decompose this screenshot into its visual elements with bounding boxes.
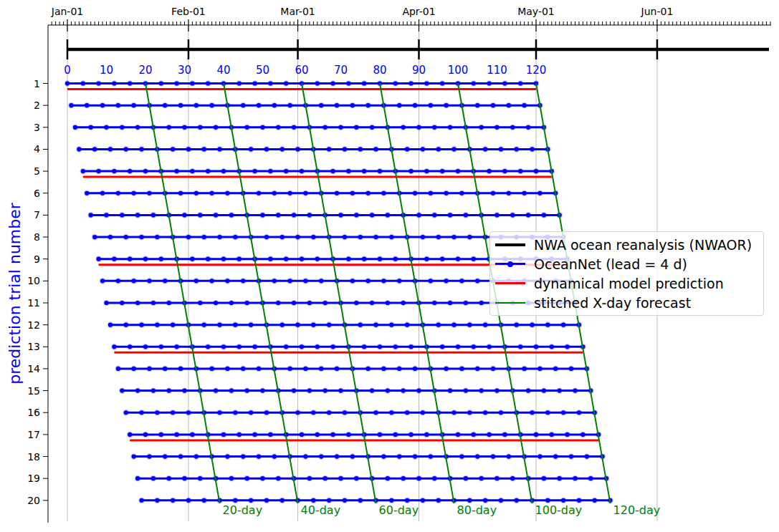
oceannet-marker xyxy=(436,323,441,327)
oceannet-marker xyxy=(421,235,425,239)
oceannet-marker xyxy=(268,81,272,85)
oceannet-marker xyxy=(307,389,312,393)
oceannet-marker xyxy=(128,432,132,437)
oceannet-marker xyxy=(409,81,414,85)
oceannet-marker xyxy=(393,344,398,349)
oceannet-marker xyxy=(386,389,390,393)
oceannet-marker xyxy=(436,235,441,239)
oceannet-marker xyxy=(416,125,421,130)
y-tick-label: 6 xyxy=(34,188,40,199)
oceannet-marker xyxy=(295,235,300,239)
oceannet-marker xyxy=(225,367,229,371)
oceannet-marker xyxy=(510,125,515,130)
oceannet-marker xyxy=(214,389,218,393)
oceannet-marker xyxy=(459,367,464,371)
oceannet-marker xyxy=(389,498,393,503)
oceannet-marker xyxy=(448,125,452,130)
oceannet-marker xyxy=(327,498,331,503)
oceannet-marker xyxy=(276,301,280,305)
oceannet-marker xyxy=(413,103,417,107)
oceannet-marker xyxy=(459,191,464,195)
oceannet-marker xyxy=(315,257,320,261)
oceannet-marker xyxy=(190,169,194,173)
oceannet-marker xyxy=(171,147,175,151)
oceannet-marker xyxy=(362,81,366,85)
oceannet-marker xyxy=(366,367,371,371)
oceannet-marker xyxy=(558,476,562,480)
oceannet-marker xyxy=(319,367,323,371)
oceannet-marker xyxy=(424,257,429,261)
oceannet-marker xyxy=(245,476,249,480)
oceannet-marker xyxy=(545,323,550,327)
oceannet-marker xyxy=(221,344,226,349)
oceannet-marker xyxy=(194,191,199,195)
oceannet-marker xyxy=(440,257,444,261)
oceannet-marker xyxy=(237,257,242,261)
oceannet-marker xyxy=(92,235,97,239)
oceannet-marker xyxy=(241,367,245,371)
oceannet-marker xyxy=(401,389,406,393)
oceannet-marker xyxy=(206,257,210,261)
oceannet-marker xyxy=(389,410,393,415)
oceannet-marker xyxy=(186,147,191,151)
legend-entry-stitched: stitched X-day forecast xyxy=(495,293,758,312)
oceannet-marker xyxy=(448,389,452,393)
oceannet-marker xyxy=(155,323,159,327)
oceannet-marker xyxy=(381,279,386,283)
oceannet-marker xyxy=(464,476,468,480)
oceannet-marker xyxy=(358,147,363,151)
oceannet-marker xyxy=(327,147,331,151)
oceannet-marker xyxy=(253,344,257,349)
oceannet-marker xyxy=(518,344,522,349)
oceannet-marker xyxy=(487,81,492,85)
oceannet-marker xyxy=(424,169,429,173)
oceannet-marker xyxy=(393,432,398,437)
oceannet-marker xyxy=(292,213,296,217)
oceannet-marker xyxy=(206,169,210,173)
legend-entry-nwaor: NWA ocean reanalysis (NWAOR) xyxy=(495,235,758,254)
oceannet-marker xyxy=(151,301,156,305)
oceannet-marker xyxy=(432,213,436,217)
oceannet-marker xyxy=(295,147,300,151)
oceannet-marker xyxy=(444,279,449,283)
oceannet-marker xyxy=(225,279,229,283)
y-tick-label: 4 xyxy=(34,143,40,155)
oceannet-marker xyxy=(182,125,186,130)
oceannet-marker xyxy=(499,498,503,503)
oceannet-marker xyxy=(69,103,73,107)
oceannet-marker xyxy=(358,235,363,239)
oceannet-marker xyxy=(108,323,113,327)
oceannet-marker xyxy=(167,389,171,393)
y-tick-label: 11 xyxy=(27,297,40,309)
oceannet-marker xyxy=(128,169,132,173)
oceannet-marker xyxy=(370,389,374,393)
oceannet-marker xyxy=(378,344,382,349)
oceannet-marker xyxy=(331,169,335,173)
oceannet-marker xyxy=(135,301,140,305)
oceannet-marker xyxy=(331,81,335,85)
oceannet-marker xyxy=(190,432,194,437)
oceannet-marker xyxy=(135,125,140,130)
oceannet-marker xyxy=(155,498,159,503)
oceannet-marker xyxy=(451,147,456,151)
oceannet-marker xyxy=(135,213,140,217)
oceannet-marker xyxy=(467,235,472,239)
oceannet-marker xyxy=(475,367,479,371)
y-tick-label: 17 xyxy=(27,429,40,440)
y-tick-label: 20 xyxy=(27,495,40,506)
oceannet-marker xyxy=(280,147,285,151)
oceannet-marker xyxy=(143,169,148,173)
month-tick-label: Feb-01 xyxy=(171,6,206,17)
oceannet-marker xyxy=(350,103,355,107)
lead-day-tick-label: 50 xyxy=(256,64,269,77)
oceannet-marker xyxy=(268,169,272,173)
oceannet-marker xyxy=(565,432,570,437)
oceannet-marker xyxy=(366,191,371,195)
oceannet-marker xyxy=(233,498,237,503)
oceannet-marker xyxy=(221,169,226,173)
oceannet-marker xyxy=(440,169,444,173)
oceannet-marker xyxy=(451,323,456,327)
oceannet-marker xyxy=(167,476,171,480)
oceannet-marker xyxy=(542,476,546,480)
oceannet-marker xyxy=(81,81,85,85)
